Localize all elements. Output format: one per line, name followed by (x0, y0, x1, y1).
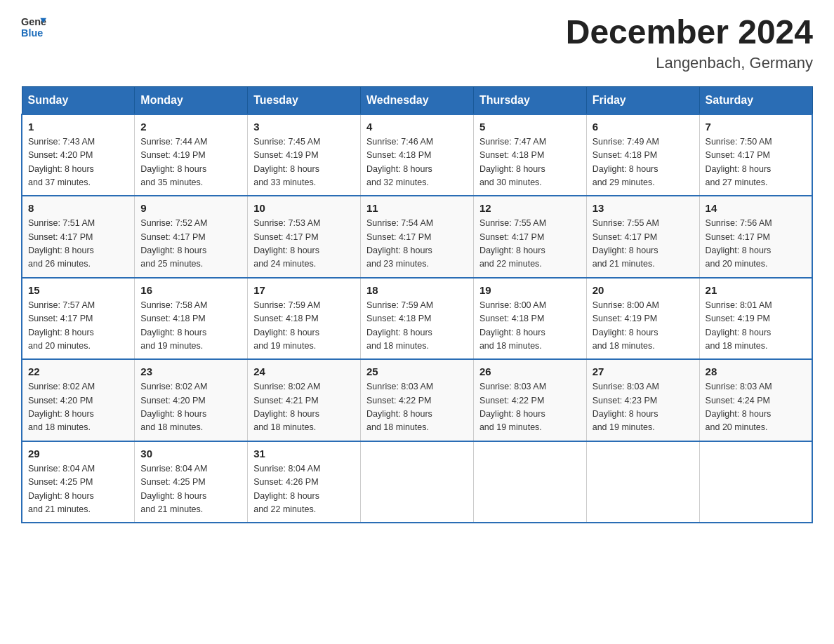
calendar-cell: 7Sunrise: 7:50 AM Sunset: 4:17 PM Daylig… (699, 114, 812, 196)
day-info: Sunrise: 8:03 AM Sunset: 4:22 PM Dayligh… (366, 380, 468, 435)
day-number: 1 (28, 121, 128, 133)
calendar-cell (473, 441, 586, 523)
day-info: Sunrise: 8:04 AM Sunset: 4:25 PM Dayligh… (28, 462, 128, 517)
day-number: 31 (253, 448, 355, 459)
calendar-cell: 16Sunrise: 7:58 AM Sunset: 4:18 PM Dayli… (135, 278, 248, 360)
calendar-cell: 1Sunrise: 7:43 AM Sunset: 4:20 PM Daylig… (22, 114, 135, 196)
day-info: Sunrise: 7:53 AM Sunset: 4:17 PM Dayligh… (253, 217, 355, 271)
column-header-monday: Monday (135, 86, 248, 114)
day-number: 8 (28, 202, 128, 214)
column-header-friday: Friday (586, 86, 699, 114)
day-number: 21 (706, 284, 806, 296)
calendar-cell (586, 441, 699, 523)
week-row-5: 29Sunrise: 8:04 AM Sunset: 4:25 PM Dayli… (22, 441, 812, 523)
day-info: Sunrise: 7:51 AM Sunset: 4:17 PM Dayligh… (28, 217, 128, 271)
day-number: 5 (479, 121, 581, 133)
calendar-cell: 13Sunrise: 7:55 AM Sunset: 4:17 PM Dayli… (586, 196, 699, 278)
day-info: Sunrise: 8:02 AM Sunset: 4:21 PM Dayligh… (253, 380, 355, 435)
day-number: 28 (706, 365, 806, 377)
day-info: Sunrise: 8:04 AM Sunset: 4:26 PM Dayligh… (253, 462, 355, 517)
day-info: Sunrise: 8:03 AM Sunset: 4:24 PM Dayligh… (706, 380, 806, 435)
day-info: Sunrise: 8:00 AM Sunset: 4:18 PM Dayligh… (479, 299, 581, 354)
day-number: 26 (479, 365, 581, 377)
day-info: Sunrise: 7:49 AM Sunset: 4:18 PM Dayligh… (593, 135, 694, 190)
day-info: Sunrise: 8:04 AM Sunset: 4:25 PM Dayligh… (140, 462, 241, 517)
day-number: 7 (706, 121, 806, 133)
calendar-cell: 2Sunrise: 7:44 AM Sunset: 4:19 PM Daylig… (135, 114, 248, 196)
calendar-cell: 12Sunrise: 7:55 AM Sunset: 4:17 PM Dayli… (473, 196, 586, 278)
calendar-cell: 23Sunrise: 8:02 AM Sunset: 4:20 PM Dayli… (135, 359, 248, 441)
day-info: Sunrise: 8:02 AM Sunset: 4:20 PM Dayligh… (140, 380, 241, 435)
day-info: Sunrise: 8:03 AM Sunset: 4:23 PM Dayligh… (593, 380, 694, 435)
calendar-cell: 6Sunrise: 7:49 AM Sunset: 4:18 PM Daylig… (586, 114, 699, 196)
calendar-cell: 9Sunrise: 7:52 AM Sunset: 4:17 PM Daylig… (135, 196, 248, 278)
day-number: 30 (140, 448, 241, 459)
day-info: Sunrise: 7:47 AM Sunset: 4:18 PM Dayligh… (479, 135, 581, 190)
day-number: 3 (253, 121, 355, 133)
day-number: 2 (140, 121, 241, 133)
day-info: Sunrise: 7:50 AM Sunset: 4:17 PM Dayligh… (706, 135, 806, 190)
calendar-cell: 11Sunrise: 7:54 AM Sunset: 4:17 PM Dayli… (361, 196, 474, 278)
month-title: December 2024 (566, 14, 813, 51)
day-info: Sunrise: 8:01 AM Sunset: 4:19 PM Dayligh… (706, 299, 806, 354)
calendar-cell: 22Sunrise: 8:02 AM Sunset: 4:20 PM Dayli… (22, 359, 135, 441)
calendar-cell: 30Sunrise: 8:04 AM Sunset: 4:25 PM Dayli… (135, 441, 248, 523)
calendar-cell: 25Sunrise: 8:03 AM Sunset: 4:22 PM Dayli… (361, 359, 474, 441)
day-info: Sunrise: 8:03 AM Sunset: 4:22 PM Dayligh… (479, 380, 581, 435)
column-header-sunday: Sunday (22, 86, 135, 114)
svg-text:Blue: Blue (21, 27, 43, 39)
day-info: Sunrise: 7:52 AM Sunset: 4:17 PM Dayligh… (140, 217, 241, 271)
calendar-cell: 29Sunrise: 8:04 AM Sunset: 4:25 PM Dayli… (22, 441, 135, 523)
day-number: 9 (140, 202, 241, 214)
day-number: 22 (28, 365, 128, 377)
calendar-cell: 3Sunrise: 7:45 AM Sunset: 4:19 PM Daylig… (248, 114, 361, 196)
calendar-cell (361, 441, 474, 523)
generalblue-logo-icon: General Blue (21, 14, 46, 39)
day-number: 29 (28, 448, 128, 459)
day-info: Sunrise: 7:55 AM Sunset: 4:17 PM Dayligh… (479, 217, 581, 271)
day-info: Sunrise: 7:55 AM Sunset: 4:17 PM Dayligh… (593, 217, 694, 271)
day-number: 18 (366, 284, 468, 296)
page-header: General Blue December 2024 Langenbach, G… (21, 14, 813, 72)
calendar-cell: 27Sunrise: 8:03 AM Sunset: 4:23 PM Dayli… (586, 359, 699, 441)
day-number: 16 (140, 284, 241, 296)
calendar-cell: 14Sunrise: 7:56 AM Sunset: 4:17 PM Dayli… (699, 196, 812, 278)
day-number: 6 (593, 121, 694, 133)
column-header-saturday: Saturday (699, 86, 812, 114)
logo: General Blue (21, 14, 48, 39)
calendar-cell: 24Sunrise: 8:02 AM Sunset: 4:21 PM Dayli… (248, 359, 361, 441)
day-number: 23 (140, 365, 241, 377)
calendar-cell: 8Sunrise: 7:51 AM Sunset: 4:17 PM Daylig… (22, 196, 135, 278)
calendar-cell: 5Sunrise: 7:47 AM Sunset: 4:18 PM Daylig… (473, 114, 586, 196)
day-number: 24 (253, 365, 355, 377)
calendar-cell: 28Sunrise: 8:03 AM Sunset: 4:24 PM Dayli… (699, 359, 812, 441)
calendar-table: SundayMondayTuesdayWednesdayThursdayFrid… (21, 86, 813, 524)
calendar-header-row: SundayMondayTuesdayWednesdayThursdayFrid… (22, 86, 812, 114)
day-number: 25 (366, 365, 468, 377)
column-header-thursday: Thursday (473, 86, 586, 114)
day-info: Sunrise: 7:54 AM Sunset: 4:17 PM Dayligh… (366, 217, 468, 271)
day-info: Sunrise: 7:59 AM Sunset: 4:18 PM Dayligh… (366, 299, 468, 354)
day-info: Sunrise: 7:56 AM Sunset: 4:17 PM Dayligh… (706, 217, 806, 271)
day-info: Sunrise: 7:58 AM Sunset: 4:18 PM Dayligh… (140, 299, 241, 354)
day-number: 13 (593, 202, 694, 214)
day-info: Sunrise: 8:02 AM Sunset: 4:20 PM Dayligh… (28, 380, 128, 435)
column-header-wednesday: Wednesday (361, 86, 474, 114)
day-info: Sunrise: 7:43 AM Sunset: 4:20 PM Dayligh… (28, 135, 128, 190)
calendar-cell (699, 441, 812, 523)
week-row-4: 22Sunrise: 8:02 AM Sunset: 4:20 PM Dayli… (22, 359, 812, 441)
day-number: 12 (479, 202, 581, 214)
day-number: 15 (28, 284, 128, 296)
day-number: 20 (593, 284, 694, 296)
location-label: Langenbach, Germany (566, 54, 813, 72)
day-number: 10 (253, 202, 355, 214)
calendar-cell: 26Sunrise: 8:03 AM Sunset: 4:22 PM Dayli… (473, 359, 586, 441)
calendar-cell: 15Sunrise: 7:57 AM Sunset: 4:17 PM Dayli… (22, 278, 135, 360)
day-number: 14 (706, 202, 806, 214)
week-row-1: 1Sunrise: 7:43 AM Sunset: 4:20 PM Daylig… (22, 114, 812, 196)
column-header-tuesday: Tuesday (248, 86, 361, 114)
title-area: December 2024 Langenbach, Germany (566, 14, 813, 72)
calendar-cell: 31Sunrise: 8:04 AM Sunset: 4:26 PM Dayli… (248, 441, 361, 523)
day-info: Sunrise: 7:45 AM Sunset: 4:19 PM Dayligh… (253, 135, 355, 190)
calendar-cell: 20Sunrise: 8:00 AM Sunset: 4:19 PM Dayli… (586, 278, 699, 360)
